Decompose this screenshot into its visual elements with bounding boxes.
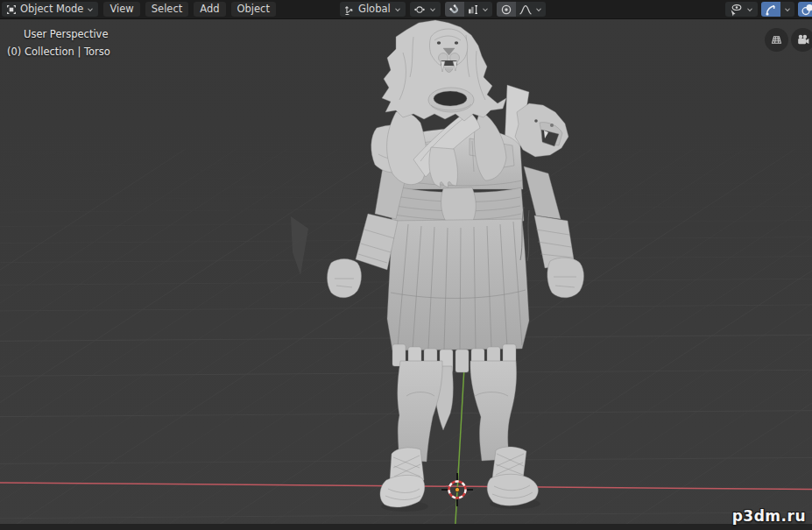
orientation-label: Global bbox=[358, 2, 391, 17]
camera-view-icon bbox=[795, 32, 810, 47]
snap-magnet-icon bbox=[448, 3, 462, 17]
viewport-nav-controls bbox=[765, 28, 812, 52]
mode-label: Object Mode bbox=[20, 2, 83, 17]
object-mode-icon bbox=[5, 4, 18, 16]
overlays-icon bbox=[801, 3, 812, 17]
3d-viewport[interactable]: User Perspective (0) Collection | Torso … bbox=[0, 18, 812, 530]
neck-collar bbox=[428, 88, 474, 112]
show-overlays-toggle[interactable] bbox=[798, 2, 812, 17]
viewport-header: Object Mode View Select Add Object Globa… bbox=[0, 0, 812, 19]
snap-toggle-button[interactable] bbox=[445, 2, 464, 17]
proportional-editing-group bbox=[497, 2, 546, 17]
falloff-curve-icon bbox=[519, 3, 533, 17]
proportional-editing-toggle[interactable] bbox=[497, 2, 516, 17]
chevron-down-icon bbox=[393, 5, 402, 14]
active-collection-label: (0) Collection | Torso bbox=[7, 46, 110, 58]
orthographic-grid-icon bbox=[769, 32, 784, 47]
proportional-editing-icon bbox=[499, 3, 513, 17]
snap-target-dropdown[interactable] bbox=[464, 2, 492, 17]
chevron-down-icon bbox=[783, 5, 792, 14]
gizmos-dropdown[interactable] bbox=[780, 2, 794, 17]
toggle-orthographic-button[interactable] bbox=[765, 28, 788, 52]
chevron-down-icon bbox=[745, 5, 754, 14]
viewport-scene bbox=[0, 18, 812, 530]
mode-selector-dropdown[interactable]: Object Mode bbox=[2, 2, 98, 17]
orientation-axes-icon bbox=[343, 4, 356, 16]
object-visibility-icon bbox=[729, 3, 743, 17]
show-gizmos-toggle[interactable] bbox=[761, 2, 780, 17]
3d-cursor bbox=[441, 473, 473, 506]
camera-view-button[interactable] bbox=[791, 28, 812, 52]
menu-object[interactable]: Object bbox=[231, 2, 276, 17]
menu-select[interactable]: Select bbox=[145, 2, 188, 17]
proportional-falloff-dropdown[interactable] bbox=[516, 2, 546, 17]
gizmos-icon bbox=[764, 3, 778, 17]
pivot-point-dropdown[interactable] bbox=[410, 2, 441, 17]
menu-view[interactable]: View bbox=[103, 2, 139, 17]
chevron-down-icon bbox=[428, 5, 437, 14]
view-perspective-label: User Perspective bbox=[24, 28, 108, 40]
chevron-down-icon bbox=[481, 5, 490, 14]
snap-increment-icon bbox=[467, 4, 479, 16]
watermark: p3dm.ru bbox=[732, 507, 806, 525]
legs bbox=[398, 361, 517, 462]
transform-orientation-dropdown[interactable]: Global bbox=[340, 2, 406, 17]
chevron-down-icon bbox=[86, 5, 95, 14]
menu-add[interactable]: Add bbox=[194, 2, 225, 17]
chevron-down-icon bbox=[534, 5, 543, 14]
snapping-group bbox=[445, 2, 492, 17]
gizmos-group bbox=[761, 2, 794, 17]
pivot-point-icon bbox=[413, 4, 426, 16]
object-visibility-dropdown[interactable] bbox=[725, 2, 758, 17]
bottom-edge-strip bbox=[0, 524, 812, 530]
